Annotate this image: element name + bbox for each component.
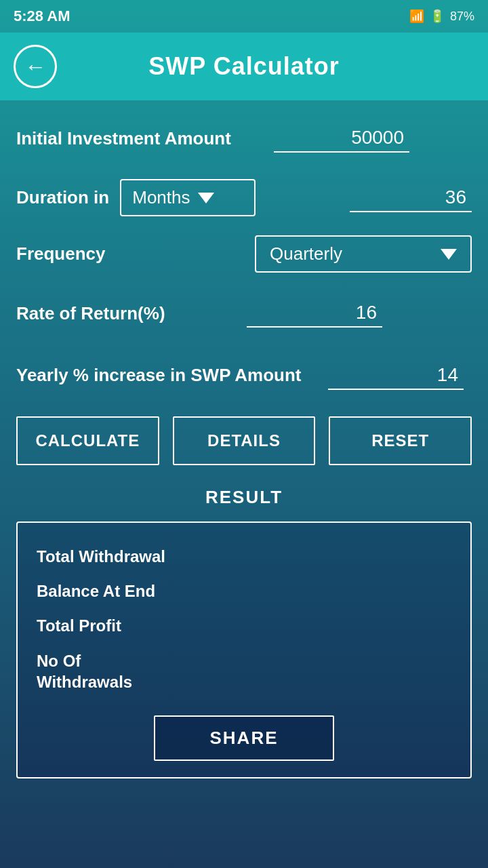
frequency-row: Frequency Quarterly (16, 235, 472, 273)
header: ← SWP Calculator (0, 33, 488, 100)
reset-button[interactable]: RESET (329, 416, 472, 465)
signal-icon: 📶 (409, 9, 424, 24)
result-no-withdrawals: No OfWithdrawals (37, 644, 451, 699)
rate-row: Rate of Return(%) (16, 292, 472, 335)
back-arrow-icon: ← (24, 54, 46, 79)
status-bar: 5:28 AM 📶 🔋 87% (0, 0, 488, 33)
duration-label: Duration in (16, 187, 109, 208)
frequency-label: Frequency (16, 243, 106, 264)
frequency-dropdown[interactable]: Quarterly (255, 235, 472, 273)
duration-unit-label: Months (132, 187, 190, 208)
result-profit-label: Total Profit (37, 615, 121, 636)
calculate-button[interactable]: CALCULATE (16, 416, 159, 465)
result-label: RESULT (16, 487, 472, 508)
main-content: Initial Investment Amount Duration in Mo… (0, 100, 488, 795)
page-title: SWP Calculator (57, 52, 431, 81)
result-withdrawals-label: No OfWithdrawals (37, 650, 132, 692)
result-total-profit: Total Profit (37, 608, 451, 643)
details-button[interactable]: DETAILS (173, 416, 316, 465)
share-button[interactable]: SHARE (154, 715, 333, 761)
result-total-withdrawal: Total Withdrawal (37, 539, 451, 574)
share-row: SHARE (37, 715, 451, 761)
status-time: 5:28 AM (14, 7, 70, 25)
initial-investment-label: Initial Investment Amount (16, 128, 274, 149)
duration-unit-dropdown[interactable]: Months (120, 179, 256, 216)
status-right: 📶 🔋 87% (409, 9, 474, 24)
rate-input[interactable] (247, 299, 382, 328)
result-balance-label: Balance At End (37, 580, 155, 601)
duration-value-input[interactable] (350, 184, 472, 212)
frequency-dropdown-arrow-icon (441, 249, 457, 260)
duration-row: Duration in Months (16, 179, 472, 216)
buttons-row: CALCULATE DETAILS RESET (16, 416, 472, 465)
result-total-withdrawal-label: Total Withdrawal (37, 546, 165, 567)
battery-level: 87% (450, 9, 474, 24)
swp-amount-label: Yearly % increase in SWP Amount (16, 364, 328, 387)
swp-amount-row: Yearly % increase in SWP Amount (16, 354, 472, 397)
initial-investment-input[interactable] (274, 124, 409, 153)
result-box: Total Withdrawal Balance At End Total Pr… (16, 521, 472, 778)
swp-amount-input[interactable] (328, 361, 464, 390)
rate-label: Rate of Return(%) (16, 303, 247, 324)
battery-icon: 🔋 (430, 9, 445, 24)
frequency-value-label: Quarterly (270, 243, 342, 264)
back-button[interactable]: ← (14, 45, 57, 88)
result-balance-at-end: Balance At End (37, 574, 451, 608)
initial-investment-row: Initial Investment Amount (16, 117, 472, 160)
dropdown-arrow-icon (198, 193, 214, 203)
